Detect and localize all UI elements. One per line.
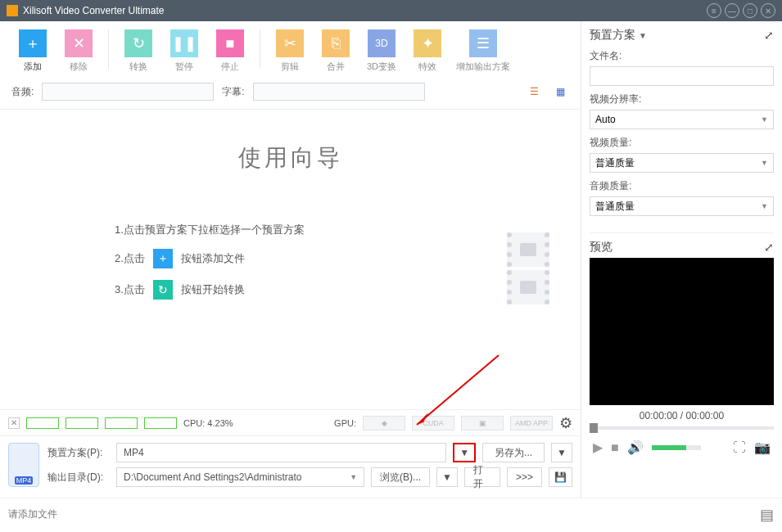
merge-button[interactable]: ⎘ 合并: [314, 29, 357, 73]
volume-slider[interactable]: [652, 445, 701, 450]
preview-header: 预览: [590, 240, 612, 255]
expand-preset-button[interactable]: ⤢: [764, 29, 774, 42]
wand-icon: ✦: [414, 29, 441, 57]
ati-button[interactable]: ▣: [461, 416, 504, 431]
profile-label: 预置方案(P):: [47, 446, 110, 460]
volume-icon[interactable]: 🔊: [627, 440, 644, 455]
profile-dropdown[interactable]: ▼: [453, 443, 476, 462]
play-button[interactable]: ▶: [593, 440, 603, 455]
fullscreen-button[interactable]: ⛶: [733, 440, 746, 455]
x-icon: ✕: [65, 29, 93, 57]
maximize-button[interactable]: □: [743, 3, 757, 18]
video-quality-label: 视频质量:: [590, 136, 774, 150]
stop-preview-button[interactable]: ■: [611, 440, 619, 455]
seek-slider[interactable]: [590, 426, 774, 430]
effect-button[interactable]: ✦ 特效: [406, 29, 449, 73]
plus-icon: ＋: [19, 29, 47, 57]
nvidia-button[interactable]: ◆: [363, 416, 405, 431]
cpu-label: CPU: 4.23%: [183, 418, 233, 428]
core-2: [66, 417, 98, 429]
resolution-label: 视频分辨率:: [590, 92, 774, 106]
list-icon: ☰: [469, 29, 497, 57]
footer-hint: 请添加文件: [8, 507, 57, 521]
refresh-icon: ↻: [124, 29, 152, 57]
audio-label: 音频:: [11, 85, 34, 99]
preview-controls: ▶ ■ 🔊 ⛶ 📷: [590, 440, 774, 455]
browse-dropdown[interactable]: ▼: [436, 467, 458, 487]
resolution-select[interactable]: Auto: [590, 110, 774, 129]
cuda-button[interactable]: CUDA: [412, 416, 454, 431]
core-4: [144, 417, 177, 429]
close-button[interactable]: ✕: [761, 3, 775, 18]
side-panel: 预置方案 ▼ ⤢ 文件名: 视频分辨率: Auto 视频质量: 普通质量 音频质…: [581, 21, 782, 498]
profile-value: MP4: [116, 443, 446, 462]
core-3: [105, 417, 138, 429]
video-quality-select[interactable]: 普通质量: [590, 153, 774, 173]
wizard-title: 使用向导: [0, 142, 581, 174]
amd-button[interactable]: AMD APP: [510, 416, 553, 431]
subtitle-select[interactable]: [253, 83, 425, 101]
wizard-area: 使用向导 1.点击预置方案下拉框选择一个预置方案 2.点击 ＋ 按钮添加文件 3…: [0, 109, 581, 409]
audio-quality-select[interactable]: 普通质量: [590, 196, 774, 216]
filter-row: 音频: 字幕: ☰ ▦: [0, 78, 581, 109]
log-button[interactable]: ▤: [760, 506, 774, 524]
timecode: 00:00:00 / 00:00:00: [590, 410, 774, 422]
remove-button[interactable]: ✕ 移除: [57, 29, 100, 73]
audio-quality-label: 音频质量:: [590, 179, 774, 193]
scissors-icon: ✂: [276, 29, 304, 57]
save-as-button[interactable]: 另存为...: [482, 443, 545, 462]
browse-button[interactable]: 浏览(B)...: [371, 467, 430, 487]
3d-button[interactable]: 3D 3D变换: [360, 29, 403, 73]
chevron-down-icon: ▼: [639, 31, 647, 40]
output-path[interactable]: D:\Document And Settings2\Administrato ▼: [116, 467, 364, 487]
3d-icon: 3D: [368, 29, 396, 57]
snapshot-button[interactable]: 📷: [754, 440, 771, 455]
add-profile-button[interactable]: ☰ 增加输出方案: [452, 29, 514, 73]
plus-icon: ＋: [153, 249, 173, 268]
filename-input[interactable]: [590, 66, 774, 86]
audio-select[interactable]: [42, 83, 214, 101]
save-icon-button[interactable]: 💾: [549, 467, 572, 487]
open-button[interactable]: 打开: [464, 467, 500, 487]
thumb-view-button[interactable]: ▦: [551, 83, 569, 101]
file-icon: MP4: [8, 443, 39, 487]
output-label: 输出目录(D):: [47, 471, 110, 485]
gpu-label: GPU:: [334, 418, 356, 428]
expand-preview-button[interactable]: ⤢: [764, 241, 774, 254]
cut-button[interactable]: ✂ 剪辑: [269, 29, 311, 73]
app-logo: [7, 5, 18, 16]
menu-button[interactable]: ≡: [707, 3, 721, 18]
app-title: Xilisoft Video Converter Ultimate: [23, 5, 165, 16]
save-as-dropdown[interactable]: ▼: [551, 443, 572, 462]
stop-button[interactable]: ■ 停止: [209, 29, 251, 73]
status-bar: ✕ CPU: 4.23% GPU: ◆ CUDA ▣ AMD APP ⚙: [0, 409, 581, 435]
preset-header: 预置方案: [590, 28, 635, 43]
refresh-icon: ↻: [153, 280, 173, 300]
minimize-button[interactable]: —: [725, 3, 739, 18]
stop-icon: ■: [216, 29, 244, 57]
toolbar: ＋ 添加 ✕ 移除 ↻ 转换 ❚❚ 暂停 ■ 停止 ✂: [0, 21, 581, 78]
convert-button[interactable]: ↻ 转换: [117, 29, 160, 73]
pause-icon: ❚❚: [170, 29, 198, 57]
settings-button[interactable]: ⚙: [559, 414, 572, 432]
more-button[interactable]: >>>: [507, 467, 542, 487]
pause-button[interactable]: ❚❚ 暂停: [163, 29, 206, 73]
subtitle-label: 字幕:: [222, 85, 244, 99]
list-view-button[interactable]: ☰: [525, 83, 543, 101]
footer: 请添加文件 ▤: [0, 498, 782, 530]
filename-label: 文件名:: [590, 49, 774, 63]
filmstrip-decor: [507, 232, 556, 308]
close-cores-button[interactable]: ✕: [8, 417, 20, 429]
titlebar: Xilisoft Video Converter Ultimate ≡ — □ …: [0, 0, 782, 21]
preview-box: [590, 258, 774, 405]
output-panel: MP4 预置方案(P): MP4 ▼ 另存为... ▼ 输出目录(D): D:\…: [0, 435, 581, 498]
add-button[interactable]: ＋ 添加: [11, 29, 54, 73]
core-1: [26, 417, 59, 429]
merge-icon: ⎘: [322, 29, 350, 57]
